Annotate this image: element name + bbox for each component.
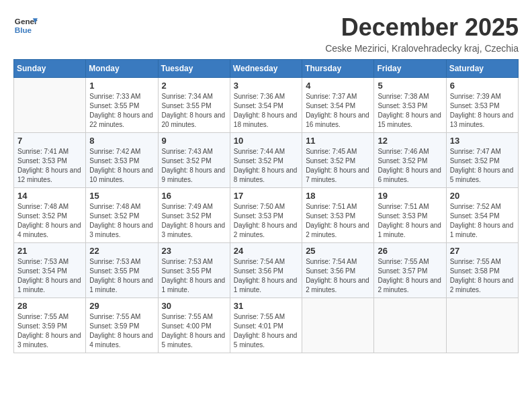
daylight-text: Daylight: 8 hours and 1 minute. [89, 277, 153, 293]
sunrise-text: Sunrise: 7:53 AM [162, 258, 213, 265]
table-row: 27Sunrise: 7:55 AMSunset: 3:58 PMDayligh… [446, 243, 518, 298]
sunrise-text: Sunrise: 7:52 AM [450, 203, 501, 210]
sunrise-text: Sunrise: 7:51 AM [378, 203, 429, 210]
sunset-text: Sunset: 3:58 PM [450, 267, 500, 275]
sunset-text: Sunset: 3:52 PM [162, 212, 212, 220]
sunrise-text: Sunrise: 7:55 AM [89, 313, 140, 320]
daylight-text: Daylight: 8 hours and 5 minutes. [162, 332, 226, 349]
table-row: 28Sunrise: 7:55 AMSunset: 3:59 PMDayligh… [14, 298, 86, 353]
sunset-text: Sunset: 3:59 PM [89, 322, 139, 330]
day-number: 6 [450, 81, 515, 91]
daylight-text: Daylight: 8 hours and 1 minute. [450, 222, 514, 238]
day-number: 15 [89, 191, 154, 201]
table-row: 8Sunrise: 7:42 AMSunset: 3:53 PMDaylight… [86, 133, 158, 188]
weekday-header-row: Sunday Monday Tuesday Wednesday Thursday… [14, 60, 519, 78]
sunrise-text: Sunrise: 7:45 AM [306, 148, 357, 155]
day-info: Sunrise: 7:42 AMSunset: 3:53 PMDaylight:… [89, 147, 154, 185]
sunrise-text: Sunrise: 7:48 AM [89, 203, 140, 210]
header-monday: Monday [86, 60, 158, 78]
table-row: 19Sunrise: 7:51 AMSunset: 3:53 PMDayligh… [374, 188, 446, 243]
day-info: Sunrise: 7:51 AMSunset: 3:53 PMDaylight:… [378, 202, 442, 240]
table-row: 1Sunrise: 7:33 AMSunset: 3:55 PMDaylight… [86, 78, 158, 133]
calendar-week-3: 14Sunrise: 7:48 AMSunset: 3:52 PMDayligh… [14, 188, 519, 243]
day-info: Sunrise: 7:43 AMSunset: 3:52 PMDaylight:… [162, 147, 226, 185]
day-info: Sunrise: 7:55 AMSunset: 4:00 PMDaylight:… [162, 312, 226, 350]
daylight-text: Daylight: 8 hours and 15 minutes. [378, 111, 441, 128]
daylight-text: Daylight: 8 hours and 18 minutes. [234, 111, 298, 128]
sunrise-text: Sunrise: 7:55 AM [17, 313, 69, 320]
table-row: 10Sunrise: 7:44 AMSunset: 3:52 PMDayligh… [230, 133, 302, 188]
day-number: 9 [162, 136, 226, 146]
daylight-text: Daylight: 8 hours and 3 minutes. [162, 222, 226, 238]
daylight-text: Daylight: 8 hours and 2 minutes. [450, 277, 514, 293]
sunset-text: Sunset: 3:52 PM [162, 157, 212, 165]
sunrise-text: Sunrise: 7:41 AM [17, 148, 69, 155]
table-row: 12Sunrise: 7:46 AMSunset: 3:52 PMDayligh… [374, 133, 446, 188]
sunset-text: Sunset: 3:52 PM [378, 157, 427, 165]
calendar-week-4: 21Sunrise: 7:53 AMSunset: 3:54 PMDayligh… [14, 243, 519, 298]
daylight-text: Daylight: 8 hours and 1 minute. [234, 277, 298, 293]
header-thursday: Thursday [302, 60, 374, 78]
table-row: 16Sunrise: 7:49 AMSunset: 3:52 PMDayligh… [158, 188, 230, 243]
sunrise-text: Sunrise: 7:42 AM [89, 148, 140, 155]
sunset-text: Sunset: 3:53 PM [378, 102, 427, 109]
table-row: 31Sunrise: 7:55 AMSunset: 4:01 PMDayligh… [230, 298, 302, 353]
svg-text:Blue: Blue [15, 26, 32, 34]
sunset-text: Sunset: 4:00 PM [162, 322, 212, 330]
day-info: Sunrise: 7:41 AMSunset: 3:53 PMDaylight:… [17, 147, 82, 185]
sunset-text: Sunset: 3:53 PM [17, 157, 67, 165]
sunrise-text: Sunrise: 7:46 AM [378, 148, 429, 155]
sunrise-text: Sunrise: 7:34 AM [162, 93, 213, 100]
day-info: Sunrise: 7:47 AMSunset: 3:52 PMDaylight:… [450, 147, 515, 185]
day-info: Sunrise: 7:53 AMSunset: 3:55 PMDaylight:… [162, 257, 226, 295]
day-number: 20 [450, 191, 515, 201]
daylight-text: Daylight: 8 hours and 2 minutes. [234, 222, 298, 238]
day-info: Sunrise: 7:53 AMSunset: 3:54 PMDaylight:… [17, 257, 82, 295]
table-row: 30Sunrise: 7:55 AMSunset: 4:00 PMDayligh… [158, 298, 230, 353]
daylight-text: Daylight: 8 hours and 1 minute. [17, 277, 81, 293]
table-row: 7Sunrise: 7:41 AMSunset: 3:53 PMDaylight… [14, 133, 86, 188]
daylight-text: Daylight: 8 hours and 3 minutes. [89, 222, 153, 238]
day-number: 30 [162, 301, 226, 311]
header-friday: Friday [374, 60, 446, 78]
sunset-text: Sunset: 3:55 PM [89, 267, 139, 275]
sunrise-text: Sunrise: 7:55 AM [162, 313, 213, 320]
day-number: 8 [89, 136, 154, 146]
calendar-week-5: 28Sunrise: 7:55 AMSunset: 3:59 PMDayligh… [14, 298, 519, 353]
sunrise-text: Sunrise: 7:53 AM [89, 258, 140, 265]
header-sunday: Sunday [14, 60, 86, 78]
day-number: 21 [17, 246, 82, 256]
calendar-week-2: 7Sunrise: 7:41 AMSunset: 3:53 PMDaylight… [14, 133, 519, 188]
daylight-text: Daylight: 8 hours and 3 minutes. [17, 332, 81, 349]
day-info: Sunrise: 7:54 AMSunset: 3:56 PMDaylight:… [234, 257, 298, 295]
sunset-text: Sunset: 3:54 PM [450, 212, 500, 220]
sunset-text: Sunset: 3:54 PM [306, 102, 355, 109]
daylight-text: Daylight: 8 hours and 16 minutes. [306, 111, 369, 128]
daylight-text: Daylight: 8 hours and 8 minutes. [234, 167, 298, 183]
daylight-text: Daylight: 8 hours and 4 minutes. [17, 222, 81, 238]
day-info: Sunrise: 7:33 AMSunset: 3:55 PMDaylight:… [89, 92, 154, 130]
daylight-text: Daylight: 8 hours and 1 minute. [162, 277, 226, 293]
day-number: 1 [89, 81, 154, 91]
day-number: 17 [234, 191, 298, 201]
day-info: Sunrise: 7:52 AMSunset: 3:54 PMDaylight:… [450, 202, 515, 240]
page-header: General Blue December 2025 Ceske Meziric… [13, 13, 519, 54]
sunrise-text: Sunrise: 7:37 AM [306, 93, 357, 100]
svg-text:General: General [15, 17, 38, 26]
daylight-text: Daylight: 8 hours and 9 minutes. [162, 167, 226, 183]
day-info: Sunrise: 7:36 AMSunset: 3:54 PMDaylight:… [234, 92, 298, 130]
sunrise-text: Sunrise: 7:47 AM [450, 148, 501, 155]
day-number: 18 [306, 191, 370, 201]
table-row [302, 298, 374, 353]
daylight-text: Daylight: 8 hours and 6 minutes. [378, 167, 441, 183]
table-row: 15Sunrise: 7:48 AMSunset: 3:52 PMDayligh… [86, 188, 158, 243]
day-number: 2 [162, 81, 226, 91]
sunrise-text: Sunrise: 7:55 AM [450, 258, 501, 265]
sunrise-text: Sunrise: 7:48 AM [17, 203, 69, 210]
table-row: 13Sunrise: 7:47 AMSunset: 3:52 PMDayligh… [446, 133, 518, 188]
day-info: Sunrise: 7:50 AMSunset: 3:53 PMDaylight:… [234, 202, 298, 240]
day-info: Sunrise: 7:38 AMSunset: 3:53 PMDaylight:… [378, 92, 442, 130]
location-title: Ceske Mezirici, Kralovehradecky kraj, Cz… [325, 43, 519, 54]
sunrise-text: Sunrise: 7:53 AM [17, 258, 69, 265]
sunset-text: Sunset: 3:53 PM [234, 212, 283, 220]
